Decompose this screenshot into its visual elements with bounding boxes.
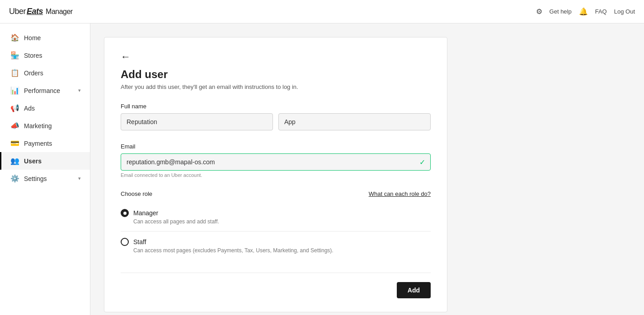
role-option-manager: Manager Can access all pages and add sta… <box>121 203 431 232</box>
ads-icon: 📢 <box>10 104 19 112</box>
layout: 🏠Home🏪Stores📋Orders📊Performance▾📢Ads📣Mar… <box>0 23 644 315</box>
add-button[interactable]: Add <box>397 282 431 298</box>
role-staff-label: Staff <box>133 238 146 246</box>
brand-uber: Uber <box>9 7 26 16</box>
settings-icon: ⚙️ <box>10 174 19 183</box>
bell-icon[interactable]: 🔔 <box>579 7 588 16</box>
email-wrapper: ✓ <box>121 153 431 171</box>
last-name-input[interactable] <box>278 113 431 130</box>
logout-link[interactable]: Log Out <box>614 8 635 15</box>
sidebar-label-ads: Ads <box>24 105 35 112</box>
users-icon: 👥 <box>10 157 19 165</box>
sidebar-item-orders[interactable]: 📋Orders <box>0 64 90 82</box>
chevron-performance: ▾ <box>78 88 81 93</box>
sidebar-label-marketing: Marketing <box>24 122 52 130</box>
role-staff-desc: Can access most pages (excludes Payments… <box>133 247 431 254</box>
sidebar-item-performance[interactable]: 📊Performance▾ <box>0 82 90 99</box>
get-help-link[interactable]: Get help <box>550 8 572 15</box>
role-info-link[interactable]: What can each role do? <box>369 190 431 197</box>
role-option-staff-top: Staff <box>121 238 431 246</box>
sidebar-item-payments[interactable]: 💳Payments <box>0 134 90 152</box>
add-user-card: ← Add user After you add this user, they… <box>104 37 447 312</box>
role-option-staff: Staff Can access most pages (excludes Pa… <box>121 232 431 260</box>
email-input[interactable] <box>121 153 431 171</box>
top-nav: Uber Eats Manager ⚙ Get help 🔔 FAQ Log O… <box>0 0 644 23</box>
email-check-icon: ✓ <box>419 158 425 167</box>
sidebar-item-ads[interactable]: 📢Ads <box>0 99 90 117</box>
orders-icon: 📋 <box>10 69 19 77</box>
email-hint: Email connected to an Uber account. <box>121 172 431 178</box>
sidebar-label-home: Home <box>24 34 41 42</box>
sidebar-label-orders: Orders <box>24 69 43 77</box>
main-content: ← Add user After you add this user, they… <box>90 23 644 315</box>
brand-eats: Eats <box>27 7 43 16</box>
sidebar: 🏠Home🏪Stores📋Orders📊Performance▾📢Ads📣Mar… <box>0 23 90 315</box>
home-icon: 🏠 <box>10 33 19 42</box>
top-nav-right: ⚙ Get help 🔔 FAQ Log Out <box>536 7 635 16</box>
brand-manager: Manager <box>46 8 73 16</box>
back-button[interactable]: ← <box>121 51 131 63</box>
role-option-manager-top: Manager <box>121 209 431 217</box>
email-label: Email <box>121 143 431 150</box>
page-subtitle: After you add this user, they'll get an … <box>121 83 431 90</box>
sidebar-item-home[interactable]: 🏠Home <box>0 29 90 46</box>
sidebar-label-payments: Payments <box>24 140 52 147</box>
sidebar-item-marketing[interactable]: 📣Marketing <box>0 117 90 134</box>
card-footer: Add <box>121 273 431 298</box>
role-header: Choose role What can each role do? <box>121 190 431 197</box>
sidebar-item-stores[interactable]: 🏪Stores <box>0 46 90 64</box>
page-title: Add user <box>121 68 431 81</box>
stores-icon: 🏪 <box>10 51 19 60</box>
full-name-section: Full name <box>121 103 431 130</box>
choose-role-label: Choose role <box>121 190 152 197</box>
faq-link[interactable]: FAQ <box>595 8 607 15</box>
sidebar-label-stores: Stores <box>24 52 42 59</box>
radio-staff[interactable] <box>121 238 129 246</box>
full-name-label: Full name <box>121 103 431 110</box>
sidebar-label-settings: Settings <box>24 175 47 182</box>
sidebar-item-users[interactable]: 👥Users <box>0 152 90 170</box>
radio-manager[interactable] <box>121 209 129 217</box>
email-section: Email ✓ Email connected to an Uber accou… <box>121 143 431 178</box>
marketing-icon: 📣 <box>10 121 19 130</box>
chevron-settings: ▾ <box>78 176 81 181</box>
role-manager-label: Manager <box>133 209 158 217</box>
role-section: Choose role What can each role do? Manag… <box>121 190 431 260</box>
role-manager-desc: Can access all pages and add staff. <box>133 218 431 225</box>
brand-logo: Uber Eats Manager <box>9 7 73 16</box>
sidebar-label-users: Users <box>24 158 42 165</box>
first-name-input[interactable] <box>121 113 273 130</box>
payments-icon: 💳 <box>10 139 19 148</box>
performance-icon: 📊 <box>10 86 19 95</box>
sidebar-label-performance: Performance <box>24 87 60 94</box>
gear-icon[interactable]: ⚙ <box>536 7 542 16</box>
name-row <box>121 113 431 130</box>
sidebar-item-settings[interactable]: ⚙️Settings▾ <box>0 170 90 187</box>
